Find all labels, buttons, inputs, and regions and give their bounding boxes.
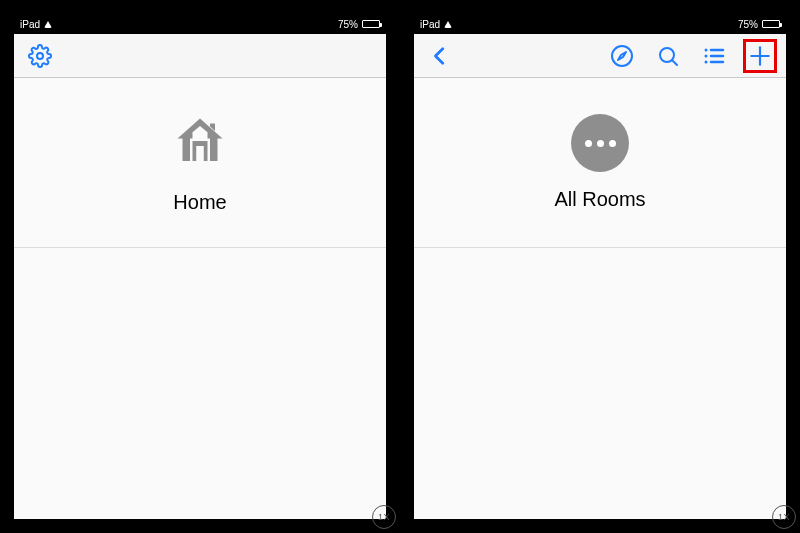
list-icon xyxy=(702,44,726,68)
content-area: Home xyxy=(14,78,386,519)
status-bar: iPad 75% xyxy=(14,14,386,34)
device-screen: iPad 75% xyxy=(414,14,786,519)
search-icon xyxy=(656,44,680,68)
all-rooms-tile-label: All Rooms xyxy=(554,188,645,211)
toolbar xyxy=(14,34,386,78)
battery-percent: 75% xyxy=(738,19,758,30)
screenshot-right: iPad 75% xyxy=(400,0,800,533)
screenshot-left: iPad 75% Home 1X xyxy=(0,0,400,533)
zoom-badge: 1X xyxy=(372,505,396,529)
battery-percent: 75% xyxy=(338,19,358,30)
gear-icon xyxy=(28,44,52,68)
explore-button[interactable] xyxy=(606,40,638,72)
svg-point-10 xyxy=(705,60,708,63)
status-left: iPad xyxy=(420,19,452,30)
carrier-label: iPad xyxy=(420,19,440,30)
home-tile[interactable]: Home xyxy=(14,78,386,248)
back-button[interactable] xyxy=(424,40,456,72)
add-button[interactable] xyxy=(744,40,776,72)
settings-button[interactable] xyxy=(24,40,56,72)
status-left: iPad xyxy=(20,19,52,30)
status-bar: iPad 75% xyxy=(414,14,786,34)
zoom-badge: 1X xyxy=(772,505,796,529)
home-icon xyxy=(170,111,230,175)
search-button[interactable] xyxy=(652,40,684,72)
carrier-label: iPad xyxy=(20,19,40,30)
status-right: 75% xyxy=(738,19,780,30)
svg-point-2 xyxy=(612,46,632,66)
list-button[interactable] xyxy=(698,40,730,72)
plus-icon xyxy=(747,43,773,69)
wifi-icon xyxy=(44,21,52,28)
compass-icon xyxy=(610,44,634,68)
battery-icon xyxy=(362,20,380,28)
status-right: 75% xyxy=(338,19,380,30)
svg-rect-1 xyxy=(196,146,204,161)
svg-point-8 xyxy=(705,54,708,57)
wifi-icon xyxy=(444,21,452,28)
battery-icon xyxy=(762,20,780,28)
all-rooms-tile[interactable]: All Rooms xyxy=(414,78,786,248)
svg-marker-3 xyxy=(618,52,626,60)
home-tile-label: Home xyxy=(173,191,226,214)
svg-point-0 xyxy=(37,53,43,59)
toolbar xyxy=(414,34,786,78)
svg-point-6 xyxy=(705,48,708,51)
back-chevron-icon xyxy=(429,45,451,67)
svg-line-5 xyxy=(672,60,677,65)
content-area: All Rooms xyxy=(414,78,786,519)
device-screen: iPad 75% Home xyxy=(14,14,386,519)
more-icon xyxy=(571,114,629,172)
